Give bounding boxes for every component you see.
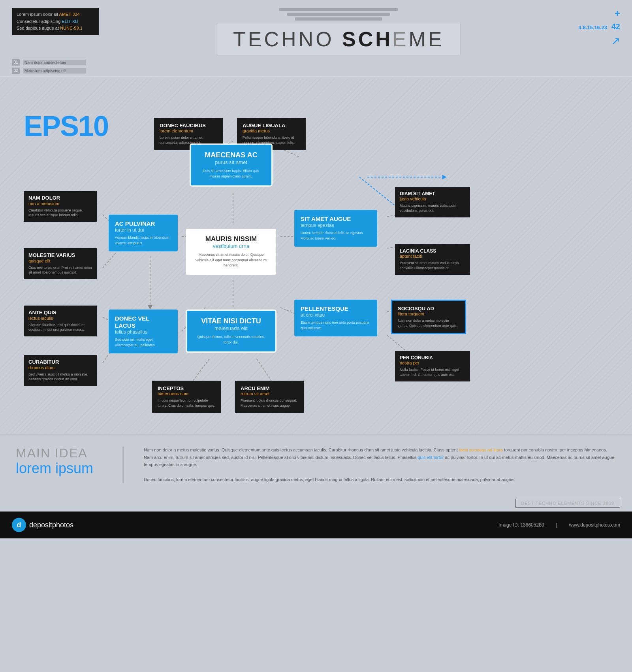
footer-left: MAIN IDEA lorem ipsum: [16, 446, 103, 483]
header-bars: [99, 8, 579, 21]
image-id: Image ID: 138605280: [498, 522, 544, 528]
donec-vel-text: Sed odio mi, mollis eget ullamcorper eu,…: [115, 337, 171, 348]
box-pellentesque: PELLENTESQUE at orci vitae Etiam tempus …: [294, 300, 377, 336]
box-inceptos: INCEPTOS himenaeos nam In quis neque leo…: [152, 381, 221, 413]
website: www.depositphotos.com: [569, 522, 620, 528]
header-bar-2: [287, 13, 390, 16]
per-conubia-subtitle: nostra per: [400, 361, 465, 365]
box-ante-quis: ANTE QUIS lectus iaculis Aliquam faucibu…: [24, 306, 97, 336]
nam-dolor-text: Curabitur vehicula posuere neque. Mauris…: [28, 208, 92, 218]
main-title: TECHNO SCHEME: [217, 23, 460, 55]
inceptos-text: In quis neque leo, non vulputate turpis.…: [158, 398, 216, 408]
footer-right: Nam non dolor a metus molestie varius. Q…: [144, 446, 616, 483]
lacinia-text: Praesent sit amet mauris varius turpis c…: [400, 260, 465, 270]
sit-amet-title: SIT AMET AUGUE: [301, 215, 371, 223]
label-code2: ELIT-XB: [62, 19, 78, 24]
svg-marker-10: [148, 305, 152, 310]
diam-text: Mauris dignissim, mauris sollicitudin ve…: [400, 203, 465, 213]
ac-pulvinar-title: AC PULVINAR: [115, 220, 171, 227]
nav-bar-1: Nam dolor consectetuer: [23, 60, 86, 65]
diagram: DONEC FAUCIBUS lorem elementum Lorem ips…: [12, 98, 620, 422]
vitae-subtitle: malesuada elit: [195, 325, 267, 331]
footer-content: MAIN IDEA lorem ipsum Nam non dolor a me…: [0, 434, 632, 495]
sit-amet-subtitle: tempus egestas: [301, 223, 371, 228]
box-molestie-varius: MOLESTIE VARIUS quisque elit Cras nec tu…: [24, 248, 97, 279]
box-lacinia-class: LACINIA CLASS aptent taciti Praesent sit…: [395, 244, 470, 275]
lacinia-title: LACINIA CLASS: [400, 248, 465, 254]
diam-title: DIAM SIT AMET: [400, 191, 465, 196]
nav-item-2: 02 Metusium adipiscing elit: [12, 68, 620, 74]
maecenas-subtitle: purus sit amet: [199, 159, 263, 165]
donec-vel-title: DONEC VEL LACUS: [115, 315, 171, 329]
box-arcu-enim: ARCU ENIM rutrum sit amet Praesent luctu…: [235, 381, 304, 413]
bottom-bar: d depositphotos Image ID: 138605280 | ww…: [0, 512, 632, 538]
per-conubia-text: Nulla facilisi. Fusce ut lorem nisl, ege…: [400, 367, 465, 377]
connectors-svg: [12, 98, 620, 422]
donec-title: DONEC FAUCIBUS: [160, 123, 218, 128]
svg-line-16: [192, 359, 209, 383]
curabitur-subtitle: rhoncus diam: [28, 365, 92, 370]
box-ac-pulvinar: AC PULVINAR tortor in ut dui Aenean blan…: [109, 215, 178, 251]
logo-text: depositphotos: [29, 521, 73, 529]
arrow-icon: ↗: [611, 34, 620, 47]
nav-num-2: 02: [12, 68, 20, 74]
arcu-subtitle: rutrum sit amet: [241, 391, 299, 396]
sociosqu-subtitle: litora torquent: [398, 311, 459, 316]
box-mauris-nissim: MAURIS NISSIM vestibulum urna Maecenas s…: [186, 228, 276, 275]
nav-num-1: 01: [12, 59, 20, 66]
label-code3: NUNC-99.1: [60, 26, 83, 30]
techno-badge-text: BEST TECHNO ELEMENTS SINCE 2009: [521, 501, 614, 506]
ac-pulvinar-text: Aenean blandit, lacus in bibendum viverr…: [115, 235, 171, 246]
techno-badge: BEST TECHNO ELEMENTS SINCE 2009: [515, 499, 620, 508]
molestie-subtitle: quisque elit: [28, 259, 92, 263]
box-curabitur: CURABITUR rhoncus diam Sed viverra susci…: [24, 355, 97, 386]
main-content: EPS10: [0, 78, 632, 434]
ante-title: ANTE QUIS: [28, 310, 92, 316]
header-bar-1: [279, 8, 398, 11]
box-sociosqu-ad: SOCIOSQU AD litora torquent Nam non dolo…: [391, 300, 466, 334]
header: Lorem ipsum dolor sit AMET-324 Consectet…: [0, 0, 632, 78]
footer-para1: Nam non dolor a metus molestie varius. Q…: [144, 446, 616, 468]
bottom-bar-right: Image ID: 138605280 | www.depositphotos.…: [498, 522, 620, 528]
nav-label-2: Metusium adipiscing elit: [24, 69, 66, 73]
vitae-text: Quisque dictum, odio in venenatis sodale…: [195, 334, 267, 345]
mauris-text: Maecenas sit amet massa dolor. Quisque v…: [194, 252, 268, 268]
augue-title: AUGUE LIGUALA: [243, 123, 301, 128]
box-diam-sit-amet: DIAM SIT AMET justo vehicula Mauris dign…: [395, 187, 470, 217]
logo-circle-icon: d: [12, 518, 26, 532]
box-maecenas-ac: MAECENAS AC purus sit amet Duis sit amet…: [190, 143, 273, 187]
footer-main-sub: lorem ipsum: [16, 460, 103, 477]
donec-vel-subtitle: tellus phasellus: [115, 329, 171, 335]
augue-subtitle: gravida metus: [243, 128, 301, 133]
nav-bar-2: Metusium adipiscing elit: [23, 68, 86, 74]
mauris-subtitle: vestibulum urna: [194, 243, 268, 249]
donec-subtitle: lorem elementum: [160, 128, 218, 133]
sit-amet-text: Donec semper rhoncus felis ac egestas. M…: [301, 230, 371, 241]
depositphotos-logo: d depositphotos: [12, 518, 73, 532]
sociosqu-text: Nam non dolor a metus molestie varius. Q…: [398, 318, 459, 328]
footer-link2[interactable]: quis elit tortor: [418, 455, 444, 460]
pellentesque-title: PELLENTESQUE: [301, 305, 371, 312]
arcu-text: Praesent luctus rhoncus consequat. Maece…: [241, 398, 299, 408]
footer-divider: [122, 446, 124, 483]
maecenas-text: Duis sit amet sem turpis. Etiam quis mas…: [199, 168, 263, 179]
nam-dolor-subtitle: non a metusium: [28, 201, 92, 206]
arcu-title: ARCU ENIM: [241, 385, 299, 391]
sociosqu-title: SOCIOSQU AD: [398, 306, 459, 311]
molestie-text: Cras nec turpis erat. Proin sit amet eni…: [28, 265, 92, 275]
lacinia-subtitle: aptent taciti: [400, 254, 465, 259]
box-per-conubia: PER CONUBIA nostra per Nulla facilisi. F…: [395, 351, 470, 381]
inceptos-title: INCEPTOS: [158, 385, 216, 391]
footer-link1[interactable]: taciti sociosqu ad litora: [459, 447, 503, 452]
header-title-area: TECHNO SCHEME: [99, 8, 579, 55]
version-highlight: 42: [611, 22, 620, 31]
inceptos-subtitle: himenaeos nam: [158, 391, 216, 396]
version-text: 4.8.15.16.23 42: [579, 22, 620, 31]
box-vitae-nisi: VITAE NISI DICTU malesuada elit Quisque …: [186, 310, 276, 353]
label-line2: Consectetur adipiscing ELIT-XB: [17, 18, 94, 25]
footer-para2: Donec faucibus, lorem elementum consecte…: [144, 476, 616, 483]
header-right: + 4.8.15.16.23 42 ↗: [579, 8, 620, 47]
maecenas-title: MAECENAS AC: [199, 151, 263, 159]
label-line3: Sed dapibus augue at NUNC-99.1: [17, 25, 94, 32]
vitae-title: VITAE NISI DICTU: [195, 317, 267, 325]
